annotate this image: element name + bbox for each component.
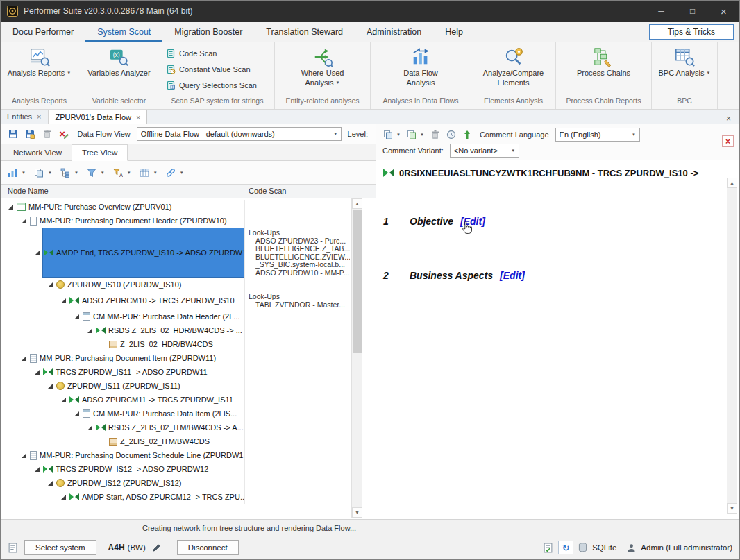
database-label[interactable]: SQLite: [592, 543, 616, 552]
tree-row[interactable]: ADSO ZPURCM11 -> TRCS ZPURDW_IS11: [1, 393, 351, 407]
menu-tab-migration-booster[interactable]: Migration Booster: [162, 22, 254, 42]
tree-node[interactable]: AMDP Start, ADSO ZPURCM12 -> TRCS ZPU...: [69, 493, 244, 502]
sort-filter-button[interactable]: A▼: [113, 168, 131, 178]
tree-node[interactable]: MM-PUR: Purchasing Document Header (ZPUR…: [29, 217, 230, 226]
column-chooser-button[interactable]: ▼: [140, 168, 158, 178]
select-system-button[interactable]: Select system: [24, 540, 96, 555]
tree-row[interactable]: AMDP Start, ADSO ZPURCM12 -> TRCS ZPU...: [1, 490, 351, 504]
chevron-down-icon[interactable]: ▼: [330, 128, 341, 140]
expander-icon[interactable]: [87, 425, 92, 430]
tree-node[interactable]: ZPURDW_IS12 (ZPURDW_IS12): [56, 479, 184, 487]
scrollbar-thumb[interactable]: [353, 210, 362, 353]
save-button[interactable]: [6, 127, 20, 141]
analyze-compare-elements-button[interactable]: Analyze/Compare Elements: [478, 44, 550, 90]
tree-row[interactable]: Z_2LIS_02_HDR/BW4CDS: [1, 337, 351, 351]
maximize-button[interactable]: □: [677, 1, 708, 22]
scrollbar-track[interactable]: [352, 209, 362, 507]
copy-comment-button[interactable]: ▼: [382, 128, 402, 142]
expander-icon[interactable]: [74, 314, 79, 319]
tree-node[interactable]: ZPURDW_IS11 (ZPURDW_IS11): [56, 382, 183, 390]
constant-value-scan-button[interactable]: Constant Value Scan: [163, 61, 256, 77]
tree-node[interactable]: MM-PUR: Purchasing Document Item (ZPURDW…: [29, 354, 219, 363]
scroll-up-button[interactable]: ▲: [352, 198, 362, 209]
user-label[interactable]: Admin (Full administrator): [641, 543, 732, 552]
tab-network-view[interactable]: Network View: [3, 144, 72, 160]
expander-icon[interactable]: [22, 453, 26, 458]
menu-tab-translation-steward[interactable]: Translation Steward: [254, 22, 355, 42]
diagram-export-button[interactable]: ▼: [8, 168, 26, 178]
comment-scrollbar[interactable]: ▲ ▼: [727, 178, 737, 514]
data-flow-view-select[interactable]: Offline Data Flow - default (downwards) …: [137, 127, 342, 141]
expander-icon[interactable]: [48, 384, 53, 389]
scroll-down-button[interactable]: ▼: [727, 503, 737, 514]
comment-variant-select[interactable]: <No variant> ▼: [450, 144, 519, 158]
close-button[interactable]: ×: [708, 1, 739, 22]
menu-tab-system-scout[interactable]: System Scout: [85, 22, 162, 42]
analysis-reports-button[interactable]: Analysis Reports▼: [3, 44, 76, 80]
tab-tree-view[interactable]: Tree View: [72, 144, 128, 161]
tree-row[interactable]: RSDS Z_2LIS_02_HDR/BW4CDS -> ...: [1, 323, 351, 337]
tab-close-icon[interactable]: ×: [136, 113, 140, 121]
tree-row[interactable]: CM MM-PUR: Purchase Data Header (2L...: [1, 309, 351, 323]
comment-language-select[interactable]: En (English) ▼: [555, 128, 640, 142]
expander-icon[interactable]: [22, 219, 26, 223]
tab-close-icon[interactable]: ×: [37, 112, 41, 121]
where-used-analysis-button[interactable]: Where-Used Analysis▼: [287, 44, 359, 90]
tree-node[interactable]: AMDP End, TRCS ZPURDW_IS10 -> ADSO ZPURD…: [42, 228, 244, 278]
column-header-code-scan[interactable]: Code Scan: [244, 185, 351, 198]
delete-comment-button[interactable]: [429, 128, 442, 142]
tree-row[interactable]: ZPURDW_IS10 (ZPURDW_IS10): [1, 278, 351, 291]
expander-icon[interactable]: [35, 370, 40, 375]
delete-data-flow-button[interactable]: ×: [58, 127, 72, 141]
bpc-analysis-button[interactable]: BPC Analysis▼: [655, 44, 715, 80]
tree-row[interactable]: RSDS Z_2LIS_02_ITM/BW4CDS -> A...: [1, 421, 351, 434]
scroll-down-button[interactable]: ▼: [352, 507, 362, 518]
tab-zpurv01-data-flow[interactable]: ZPURV01's Data Flow ×: [49, 110, 148, 124]
scrollbar-track[interactable]: [727, 188, 737, 503]
expander-icon[interactable]: [35, 467, 40, 472]
menu-tab-help[interactable]: Help: [433, 22, 475, 42]
edit-system-icon[interactable]: [152, 543, 161, 552]
tree-node[interactable]: TRCS ZPURDW_IS12 -> ADSO ZPURDW12: [42, 465, 211, 474]
log-icon[interactable]: [543, 543, 553, 553]
save-all-button[interactable]: [24, 127, 37, 141]
expander-icon[interactable]: [74, 411, 79, 416]
tree-node[interactable]: ADSO ZPURCM11 -> TRCS ZPURDW_IS11: [69, 396, 236, 405]
tree-node[interactable]: CM MM-PUR: Purchase Data Header (2L...: [82, 312, 243, 321]
tab-entities[interactable]: Entities ×: [1, 110, 49, 124]
tree-row[interactable]: MM-PUR: Purchase Overview (ZPURV01): [1, 200, 351, 214]
expander-icon[interactable]: [61, 398, 66, 402]
close-comment-icon[interactable]: ×: [722, 135, 734, 147]
tree-node[interactable]: MM-PUR: Purchasing Document Schedule Lin…: [29, 451, 244, 460]
tree-node[interactable]: RSDS Z_2LIS_02_HDR/BW4CDS -> ...: [95, 326, 244, 335]
expander-icon[interactable]: [35, 251, 40, 255]
copy-image-button[interactable]: ▼: [34, 168, 52, 178]
expander-icon[interactable]: [61, 495, 66, 500]
expander-icon[interactable]: [87, 328, 92, 333]
process-chains-button[interactable]: Process Chains: [573, 44, 634, 80]
tabbar-close-icon[interactable]: ×: [718, 114, 739, 124]
link-mode-button[interactable]: ▼: [166, 168, 184, 178]
expander-icon[interactable]: [48, 481, 53, 486]
add-translation-button[interactable]: [461, 128, 473, 142]
expander-icon[interactable]: [48, 282, 53, 287]
tree-node[interactable]: Z_2LIS_02_ITM/BW4CDS: [108, 437, 212, 446]
disconnect-button[interactable]: Disconnect: [177, 540, 239, 555]
tree-row[interactable]: ADSO ZPURCM10 -> TRCS ZPURDW_IS10Look-Up…: [1, 291, 351, 309]
refresh-button[interactable]: ↻: [558, 541, 573, 554]
variables-analyzer-button[interactable]: (x) Variables Analyzer: [83, 44, 154, 80]
menu-tab-docu-performer[interactable]: Docu Performer: [1, 22, 85, 42]
scroll-up-button[interactable]: ▲: [727, 178, 737, 188]
tree-row[interactable]: ZPURDW_IS11 (ZPURDW_IS11): [1, 379, 351, 393]
expander-icon[interactable]: [8, 205, 13, 210]
transfer-comment-button[interactable]: ▼: [405, 128, 426, 142]
filter-button[interactable]: ▼: [87, 168, 105, 178]
edit-business-aspects-link[interactable]: [Edit]: [500, 270, 525, 281]
tree-node[interactable]: ZPURDW_IS10 (ZPURDW_IS10): [56, 280, 184, 289]
tree-node[interactable]: CM MM-PUR: Purchase Data Item (2LIS...: [82, 409, 239, 418]
tree-scrollbar[interactable]: ▲ ▼: [351, 198, 362, 518]
tree-row[interactable]: MM-PUR: Purchasing Document Item (ZPURDW…: [1, 351, 351, 365]
tree-node[interactable]: RSDS Z_2LIS_02_ITM/BW4CDS -> A...: [95, 423, 244, 432]
tree-row[interactable]: AMDP End, TRCS ZPURDW_IS10 -> ADSO ZPURD…: [1, 228, 351, 278]
tree-node[interactable]: TRCS ZPURDW_IS11 -> ADSO ZPURDW11: [42, 368, 210, 377]
